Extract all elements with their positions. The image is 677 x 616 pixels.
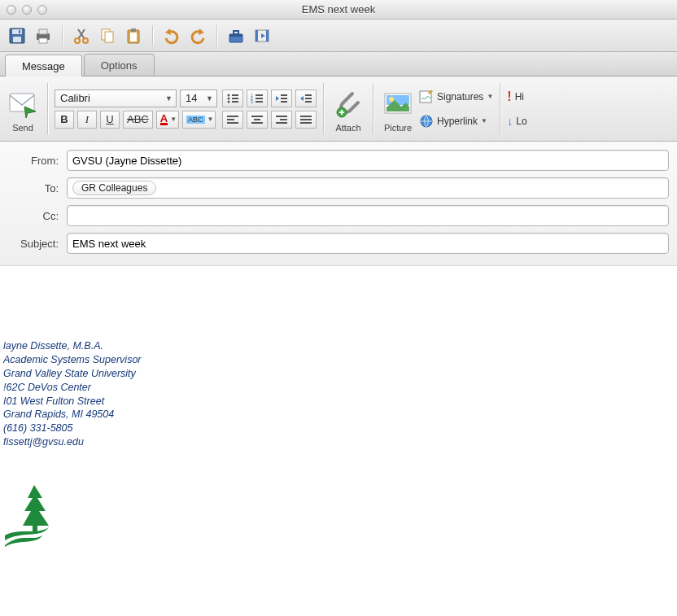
font-name-select[interactable]: Calibri ▼ xyxy=(55,90,177,107)
bulleted-list-button[interactable] xyxy=(222,90,243,107)
sig-phone: (616) 331-5805 xyxy=(3,422,674,435)
svg-rect-40 xyxy=(227,119,234,120)
svg-rect-2 xyxy=(13,37,21,42)
chevron-down-icon: ▼ xyxy=(160,94,173,103)
paste-button[interactable] xyxy=(121,24,146,48)
decrease-indent-button[interactable] xyxy=(271,90,292,107)
save-button[interactable] xyxy=(5,24,29,48)
print-button[interactable] xyxy=(31,24,55,48)
justify-button[interactable] xyxy=(295,111,317,129)
svg-rect-12 xyxy=(130,33,137,42)
svg-rect-6 xyxy=(39,38,47,43)
close-window-button[interactable] xyxy=(7,5,16,15)
low-priority-button[interactable]: ↓ Lo xyxy=(507,112,526,130)
signatures-label: Signatures xyxy=(437,91,483,103)
svg-rect-24 xyxy=(232,98,238,99)
undo-button[interactable] xyxy=(159,24,184,48)
font-group: Calibri ▼ 14 ▼ B I U ABC A▼ ABC▼ xyxy=(55,80,217,138)
ribbon: Send Calibri ▼ 14 ▼ B I U ABC A▼ ABC▼ xyxy=(0,76,677,142)
send-button[interactable] xyxy=(5,85,41,121)
separator xyxy=(152,25,153,46)
window-titlebar: EMS next week xyxy=(0,0,677,20)
sig-addr1: !62C DeVos Center xyxy=(3,381,674,395)
svg-rect-43 xyxy=(254,119,260,120)
separator xyxy=(500,83,500,134)
recipient-token[interactable]: GR Colleagues xyxy=(72,181,156,195)
svg-point-54 xyxy=(389,97,394,102)
picture-button[interactable] xyxy=(380,85,416,121)
to-label: To: xyxy=(8,182,67,194)
separator xyxy=(373,83,373,134)
svg-rect-26 xyxy=(232,101,238,103)
font-size-select[interactable]: 14 ▼ xyxy=(180,90,217,107)
separator xyxy=(216,25,217,46)
svg-rect-49 xyxy=(300,119,312,120)
italic-button[interactable]: I xyxy=(77,111,97,129)
message-body[interactable]: layne Dissette, M.B.A. Academic Systems … xyxy=(0,266,677,566)
attach-group: Attach xyxy=(330,80,366,138)
attach-label: Attach xyxy=(335,123,360,133)
svg-rect-37 xyxy=(305,98,312,99)
from-value: GVSU (Jayne Dissette) xyxy=(72,155,181,167)
align-center-button[interactable] xyxy=(247,111,268,129)
svg-rect-39 xyxy=(227,116,238,117)
attach-button[interactable] xyxy=(330,85,366,121)
svg-rect-18 xyxy=(256,30,258,42)
down-arrow-icon: ↓ xyxy=(507,115,513,128)
subject-value: EMS next week xyxy=(72,238,146,250)
align-right-button[interactable] xyxy=(271,111,292,129)
zoom-window-button[interactable] xyxy=(37,5,47,15)
low-priority-label: Lo xyxy=(516,116,526,127)
svg-rect-33 xyxy=(281,94,287,96)
signatures-button[interactable]: Signatures ▼ xyxy=(419,88,493,106)
chevron-down-icon: ▼ xyxy=(170,116,177,123)
svg-rect-47 xyxy=(276,122,287,124)
svg-rect-48 xyxy=(300,116,312,117)
subject-field[interactable]: EMS next week xyxy=(67,233,669,254)
svg-rect-22 xyxy=(232,94,238,96)
svg-point-8 xyxy=(83,38,88,43)
svg-text:3: 3 xyxy=(251,99,253,104)
hyperlink-label: Hyperlink xyxy=(437,116,478,127)
svg-rect-19 xyxy=(266,30,269,42)
svg-rect-16 xyxy=(234,31,238,34)
to-field[interactable]: GR Colleagues xyxy=(67,177,669,199)
numbered-list-button[interactable]: 123 xyxy=(247,90,268,107)
bold-button[interactable]: B xyxy=(55,111,74,129)
strikethrough-button[interactable]: ABC xyxy=(123,111,153,129)
from-field[interactable]: GVSU (Jayne Dissette) xyxy=(67,150,669,171)
window-controls xyxy=(7,5,47,15)
svg-rect-1 xyxy=(12,29,22,34)
exclamation-icon: ! xyxy=(507,90,511,104)
highlight-button[interactable]: ABC▼ xyxy=(182,111,216,129)
cut-button[interactable] xyxy=(69,24,94,48)
tab-message[interactable]: Message xyxy=(5,55,82,76)
picture-group: Picture xyxy=(380,80,416,138)
svg-rect-28 xyxy=(256,94,263,96)
svg-rect-35 xyxy=(281,101,287,103)
font-name-value: Calibri xyxy=(60,92,90,104)
font-color-button[interactable]: A▼ xyxy=(156,111,179,129)
underline-button[interactable]: U xyxy=(100,111,120,129)
svg-point-21 xyxy=(228,94,230,96)
sig-name: layne Dissette, M.B.A. xyxy=(3,339,674,353)
media-button[interactable] xyxy=(250,24,274,48)
send-group: Send xyxy=(5,80,41,138)
hyperlink-button[interactable]: Hyperlink ▼ xyxy=(419,112,493,130)
minimize-window-button[interactable] xyxy=(22,5,32,15)
globe-icon xyxy=(419,114,434,129)
chevron-down-icon: ▼ xyxy=(481,117,487,125)
toolbox-button[interactable] xyxy=(224,24,248,48)
cc-field[interactable] xyxy=(67,205,669,226)
svg-rect-32 xyxy=(256,101,263,103)
svg-point-25 xyxy=(228,100,230,103)
redo-button[interactable] xyxy=(186,24,210,48)
increase-indent-button[interactable] xyxy=(295,90,317,107)
tab-options[interactable]: Options xyxy=(84,54,155,76)
signature-logo xyxy=(3,482,674,549)
high-priority-label: Hi xyxy=(515,91,524,103)
align-left-button[interactable] xyxy=(222,111,243,129)
copy-button[interactable] xyxy=(95,24,120,48)
high-priority-button[interactable]: ! Hi xyxy=(507,88,526,106)
cc-label: Cc: xyxy=(8,210,67,222)
